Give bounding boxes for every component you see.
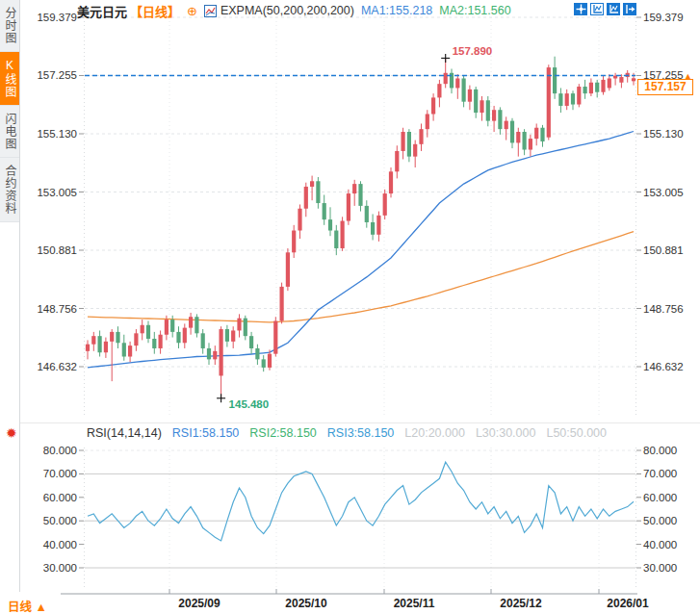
candle-body [516, 132, 520, 142]
candle-body [183, 328, 187, 344]
candle-body [365, 206, 369, 222]
x-axis-label: 2025/11 [394, 597, 435, 610]
candle-body [268, 354, 272, 368]
candle-body [231, 330, 235, 341]
y-axis-label: 153.005 [37, 187, 77, 198]
candle-body [201, 333, 205, 348]
candle-body [244, 319, 247, 337]
flash-indicator-icon[interactable]: ✹ [6, 425, 17, 441]
y-axis-label: 150.881 [37, 244, 77, 256]
rsi-axis-label: 80.000 [643, 445, 677, 456]
candle-body [413, 144, 417, 157]
rsi-axis-label: 50.000 [643, 515, 677, 526]
sidebar-tab-contract-info[interactable]: 合约资料 [0, 158, 19, 222]
rsi-axis-label: 40.000 [43, 539, 77, 550]
rsi-axis-label: 50.000 [43, 515, 77, 526]
candle-body [558, 93, 562, 106]
candle-body [262, 359, 266, 368]
candle-body [492, 110, 496, 120]
candle-body [165, 320, 169, 335]
candle-body [141, 325, 144, 334]
candle-body [437, 84, 441, 97]
y-axis-label: 146.632 [37, 361, 77, 372]
candle-body [474, 90, 478, 113]
pan-right-icon[interactable] [623, 3, 636, 15]
candle-body [583, 87, 587, 93]
period-selector[interactable]: 日线 ▲ [8, 597, 47, 614]
candle-body [371, 222, 375, 235]
candle-body [128, 345, 132, 356]
indicator-chart-icon[interactable] [204, 5, 218, 17]
chart-toolbar [574, 3, 636, 15]
add-indicator-button[interactable]: ⊕ [187, 4, 197, 18]
candle-body [310, 181, 314, 187]
candle-body [316, 181, 320, 203]
candle-body [444, 73, 448, 84]
candle-body [480, 100, 483, 113]
candle-body [426, 114, 429, 129]
candle-body [419, 129, 423, 144]
candle-body [176, 332, 180, 343]
y-axis-label: 159.379 [37, 12, 77, 23]
sidebar-tab-time-chart[interactable]: 分时图 [0, 0, 19, 52]
candle-body [601, 80, 605, 92]
candle-body [189, 317, 193, 327]
candle-body [152, 339, 156, 348]
rsi-axis-label: 60.000 [43, 492, 77, 503]
candle-body [498, 110, 502, 129]
candle-body [91, 336, 95, 345]
rsi-l20-label: L20:20.000 [404, 426, 465, 440]
candle-body [619, 77, 623, 83]
x-axis-label: 2026/01 [607, 597, 648, 610]
candle-body [505, 121, 508, 130]
candle-body [159, 335, 163, 348]
candle-body [553, 67, 557, 93]
candle-body [146, 325, 150, 339]
candle-body [194, 317, 198, 333]
sidebar-tab-lightning-chart[interactable]: 闪电图 [0, 106, 19, 158]
candle-body [608, 78, 611, 88]
sidebar-tab-kline-chart[interactable]: K线图 [0, 52, 19, 106]
ma1-line [88, 132, 634, 368]
candle-body [328, 219, 332, 230]
rsi-axis-label: 30.000 [43, 562, 77, 574]
candle-body [431, 97, 435, 114]
candle-body [589, 83, 593, 93]
rsi-l30-label: L30:30.000 [476, 426, 536, 440]
rsi-axis-label: 70.000 [43, 468, 77, 479]
symbol-name: 美元日元 [77, 2, 127, 20]
y-axis-label: 150.881 [643, 244, 684, 256]
rsi1-value-label: RSI1:58.150 [172, 426, 240, 440]
axis-scale-icon[interactable] [607, 3, 620, 15]
chart-header: 美元日元【日线】 ⊕ EXPMA(50,200,200,200) MA1:155… [77, 2, 511, 19]
candle-body [395, 151, 399, 171]
candle-body [595, 83, 599, 92]
rsi-axis-label: 60.000 [643, 492, 677, 503]
candle-body [486, 100, 490, 120]
crosshair-move-icon[interactable] [574, 3, 587, 15]
candle-body [286, 252, 290, 287]
chart-canvas[interactable]: 159.379159.379157.255157.255155.130155.1… [0, 0, 700, 614]
candle-body [347, 193, 350, 220]
rsi-header: RSI(14,14,14) RSI1:58.150 RSI2:58.150 RS… [87, 426, 607, 440]
candle-body [304, 187, 308, 209]
candle-body [358, 184, 362, 206]
axis-zoom-icon[interactable] [590, 3, 604, 15]
candle-body [323, 203, 326, 219]
candle-body [352, 184, 356, 193]
candle-body [170, 320, 174, 332]
candle-body [571, 93, 575, 104]
x-axis-label: 2025/12 [500, 597, 541, 610]
y-axis-label: 148.756 [643, 303, 684, 315]
candle-body [298, 209, 301, 231]
candle-body [547, 67, 551, 138]
candle-body [341, 221, 345, 248]
candle-body [577, 87, 581, 105]
rsi-axis-label: 40.000 [643, 539, 677, 550]
candle-body [225, 329, 229, 342]
candle-body [407, 132, 411, 157]
trading-app: 159.379159.379157.255157.255155.130155.1… [0, 0, 700, 614]
ma2-value-label: MA2:151.560 [439, 4, 510, 17]
candle-body [455, 78, 459, 88]
candle-body [237, 319, 241, 331]
